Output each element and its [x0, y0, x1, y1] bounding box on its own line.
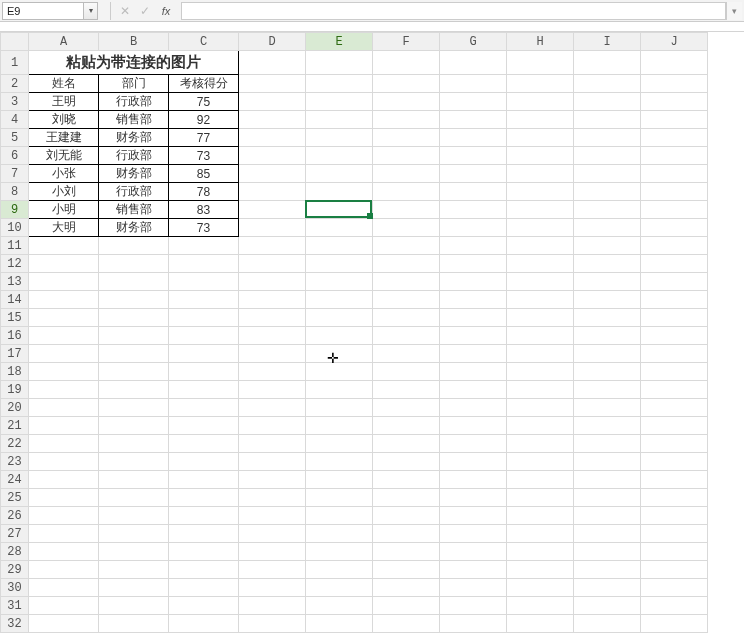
cell-C6[interactable]: 73 [169, 147, 239, 165]
cell-E7[interactable] [306, 165, 373, 183]
row-header-32[interactable]: 32 [1, 615, 29, 633]
cell-H15[interactable] [507, 309, 574, 327]
row-header-18[interactable]: 18 [1, 363, 29, 381]
cell-J9[interactable] [641, 201, 708, 219]
cell-H29[interactable] [507, 561, 574, 579]
cell-C7[interactable]: 85 [169, 165, 239, 183]
cell-G20[interactable] [440, 399, 507, 417]
cell-C25[interactable] [169, 489, 239, 507]
cell-A32[interactable] [29, 615, 99, 633]
cell-H27[interactable] [507, 525, 574, 543]
cell-F32[interactable] [373, 615, 440, 633]
cell-G19[interactable] [440, 381, 507, 399]
row-header-22[interactable]: 22 [1, 435, 29, 453]
cell-C28[interactable] [169, 543, 239, 561]
cell-C9[interactable]: 83 [169, 201, 239, 219]
cell-G17[interactable] [440, 345, 507, 363]
cell-J30[interactable] [641, 579, 708, 597]
cell-H23[interactable] [507, 453, 574, 471]
row-header-29[interactable]: 29 [1, 561, 29, 579]
cell-H30[interactable] [507, 579, 574, 597]
cell-D22[interactable] [239, 435, 306, 453]
insert-function-button[interactable]: fx [155, 2, 175, 20]
row-header-20[interactable]: 20 [1, 399, 29, 417]
cell-B4[interactable]: 销售部 [99, 111, 169, 129]
cell-A10[interactable]: 大明 [29, 219, 99, 237]
cell-C19[interactable] [169, 381, 239, 399]
cell-B27[interactable] [99, 525, 169, 543]
cell-F4[interactable] [373, 111, 440, 129]
cell-D15[interactable] [239, 309, 306, 327]
cell-B16[interactable] [99, 327, 169, 345]
row-header-30[interactable]: 30 [1, 579, 29, 597]
cell-I23[interactable] [574, 453, 641, 471]
row-header-28[interactable]: 28 [1, 543, 29, 561]
row-header-24[interactable]: 24 [1, 471, 29, 489]
cell-A16[interactable] [29, 327, 99, 345]
cell-A28[interactable] [29, 543, 99, 561]
cell-D26[interactable] [239, 507, 306, 525]
cell-J17[interactable] [641, 345, 708, 363]
cell-C10[interactable]: 73 [169, 219, 239, 237]
cell-G1[interactable] [440, 51, 507, 75]
cell-A18[interactable] [29, 363, 99, 381]
cell-H22[interactable] [507, 435, 574, 453]
cell-J10[interactable] [641, 219, 708, 237]
cell-D10[interactable] [239, 219, 306, 237]
col-header-J[interactable]: J [641, 33, 708, 51]
cell-G24[interactable] [440, 471, 507, 489]
row-header-13[interactable]: 13 [1, 273, 29, 291]
cell-D5[interactable] [239, 129, 306, 147]
cell-H6[interactable] [507, 147, 574, 165]
cell-B21[interactable] [99, 417, 169, 435]
cell-G16[interactable] [440, 327, 507, 345]
cell-H3[interactable] [507, 93, 574, 111]
cell-G11[interactable] [440, 237, 507, 255]
cell-E27[interactable] [306, 525, 373, 543]
cell-I19[interactable] [574, 381, 641, 399]
cell-H10[interactable] [507, 219, 574, 237]
cell-G29[interactable] [440, 561, 507, 579]
cell-J19[interactable] [641, 381, 708, 399]
cell-B22[interactable] [99, 435, 169, 453]
cell-E20[interactable] [306, 399, 373, 417]
cell-E1[interactable] [306, 51, 373, 75]
cell-I6[interactable] [574, 147, 641, 165]
col-header-H[interactable]: H [507, 33, 574, 51]
cell-J15[interactable] [641, 309, 708, 327]
cell-B23[interactable] [99, 453, 169, 471]
col-header-F[interactable]: F [373, 33, 440, 51]
cell-A19[interactable] [29, 381, 99, 399]
cell-I2[interactable] [574, 75, 641, 93]
row-header-21[interactable]: 21 [1, 417, 29, 435]
cell-F14[interactable] [373, 291, 440, 309]
cell-D9[interactable] [239, 201, 306, 219]
cell-H20[interactable] [507, 399, 574, 417]
row-header-12[interactable]: 12 [1, 255, 29, 273]
cell-F24[interactable] [373, 471, 440, 489]
formula-input[interactable] [181, 2, 726, 20]
cell-H32[interactable] [507, 615, 574, 633]
cell-D16[interactable] [239, 327, 306, 345]
cell-I9[interactable] [574, 201, 641, 219]
cell-C26[interactable] [169, 507, 239, 525]
cell-F26[interactable] [373, 507, 440, 525]
cell-F3[interactable] [373, 93, 440, 111]
row-header-17[interactable]: 17 [1, 345, 29, 363]
cell-J5[interactable] [641, 129, 708, 147]
cell-J21[interactable] [641, 417, 708, 435]
cell-B6[interactable]: 行政部 [99, 147, 169, 165]
cell-G22[interactable] [440, 435, 507, 453]
cell-I12[interactable] [574, 255, 641, 273]
col-header-A[interactable]: A [29, 33, 99, 51]
cell-F17[interactable] [373, 345, 440, 363]
cell-B5[interactable]: 财务部 [99, 129, 169, 147]
cell-A30[interactable] [29, 579, 99, 597]
cell-A5[interactable]: 王建建 [29, 129, 99, 147]
cell-B9[interactable]: 销售部 [99, 201, 169, 219]
cell-B11[interactable] [99, 237, 169, 255]
cell-B19[interactable] [99, 381, 169, 399]
cell-I24[interactable] [574, 471, 641, 489]
cell-D29[interactable] [239, 561, 306, 579]
name-box-dropdown[interactable]: ▾ [84, 2, 98, 20]
